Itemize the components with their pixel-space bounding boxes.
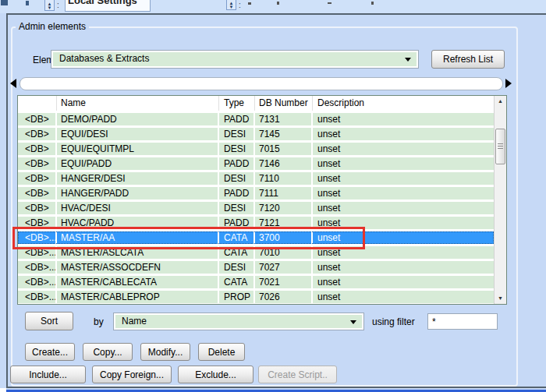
- header-cell-description: Description: [313, 96, 482, 111]
- scroll-down-icon[interactable]: ▼: [495, 294, 505, 303]
- header-cell-db-number: DB Number: [255, 96, 313, 111]
- cell-type: DESI: [219, 261, 255, 274]
- create-script-button: Create Script..: [258, 366, 337, 383]
- cell-name: EQUI/PADD: [57, 157, 219, 170]
- cell-badge: <DB>: [18, 128, 57, 140]
- table-row[interactable]: <DB>HANGER/PADDPADD7111unset: [18, 187, 494, 200]
- scroll-left-icon[interactable]: [10, 79, 16, 88]
- settings-combo-text: Local Settings: [66, 0, 150, 6]
- table-row[interactable]: <DB>...MASTER/AACATA3700unset: [18, 231, 494, 244]
- cell-desc: unset: [313, 187, 494, 200]
- scroll-up-icon[interactable]: ▲: [495, 97, 505, 106]
- modify-button[interactable]: Modify...: [140, 343, 190, 361]
- table-row[interactable]: <DB>DEMO/PADDPADD7131unset: [18, 113, 494, 125]
- toolbar-separator: :: [239, 1, 241, 9]
- cell-badge: <DB>: [18, 113, 57, 125]
- cell-db: 7120: [255, 202, 313, 214]
- cell-badge: <DB>: [18, 172, 57, 185]
- table-row[interactable]: <DB>...MASTER/ASSOCDEFNDESI7027unset: [18, 261, 494, 274]
- spinner-control-2[interactable]: ▲▼: [226, 0, 236, 10]
- exclude-button[interactable]: Exclude...: [178, 366, 254, 383]
- spin-down-icon: ▼: [229, 5, 234, 9]
- delete-button[interactable]: Delete: [198, 343, 245, 361]
- panel-top-border: [6, 13, 546, 15]
- cell-db: 7015: [255, 143, 313, 155]
- table-row[interactable]: <DB>HVAC/DESIDESI7120unset: [18, 202, 494, 214]
- cell-badge: <DB>...: [18, 276, 57, 288]
- cell-db: 7131: [255, 113, 313, 125]
- cell-desc: unset: [313, 128, 494, 140]
- cell-type: PADD: [219, 187, 255, 200]
- spinner-control[interactable]: ▲▼: [44, 0, 55, 11]
- cell-db: 7121: [255, 217, 313, 229]
- sort-by-label: by: [94, 316, 104, 327]
- toolbar-strip: ▲▼ : Local Settings ▲▼ :: [0, 0, 546, 13]
- toolbar-partial-icon: [1, 0, 8, 5]
- cell-desc: unset: [313, 143, 494, 155]
- header-cell-blank: [18, 96, 57, 111]
- cell-db: 7145: [255, 128, 313, 140]
- cell-badge: <DB>: [18, 157, 57, 170]
- table-row[interactable]: <DB>...MASTER/CABLECATACATA7021unset: [18, 276, 494, 288]
- cell-type: PADD: [219, 113, 255, 125]
- cell-badge: <DB>: [18, 202, 57, 214]
- cell-name: HANGER/DESI: [57, 172, 219, 185]
- cell-desc: unset: [313, 217, 494, 229]
- cell-desc: unset: [313, 157, 494, 170]
- table-row[interactable]: <DB>HANGER/DESIDESI7110unset: [18, 172, 494, 185]
- table-row[interactable]: <DB>EQUI/DESIDESI7145unset: [18, 128, 494, 140]
- cell-type: DESI: [219, 202, 255, 214]
- cell-db: 7146: [255, 157, 313, 170]
- elements-table: Name Type DB Number Description <DB>DEMO…: [17, 95, 507, 305]
- cell-type: DESI: [219, 128, 255, 140]
- cell-desc: unset: [313, 261, 494, 274]
- sort-button[interactable]: Sort: [25, 312, 73, 330]
- cell-name: HANGER/PADD: [57, 187, 219, 200]
- cell-desc: unset: [313, 202, 494, 214]
- cell-db: 7110: [255, 172, 313, 185]
- sort-by-dropdown[interactable]: Name: [113, 313, 364, 330]
- cell-name: MASTER/CABLEPROP: [57, 291, 219, 303]
- chevron-down-icon: [350, 320, 356, 324]
- table-row[interactable]: <DB>EQUI/EQUITMPLDESI7015unset: [18, 143, 494, 155]
- cell-desc: unset: [313, 172, 494, 185]
- table-row[interactable]: <DB>...MASTER/ASLCATACATA7010unset: [18, 246, 494, 259]
- cell-type: PADD: [219, 157, 255, 170]
- cell-badge: <DB>...: [18, 231, 57, 244]
- header-cell-type: Type: [219, 96, 255, 111]
- cell-db: 7111: [255, 187, 313, 200]
- cell-desc: unset: [313, 276, 494, 288]
- toolbar-text-remnant: [277, 2, 279, 5]
- cell-badge: <DB>: [18, 187, 57, 200]
- refresh-list-button[interactable]: Refresh List: [431, 50, 505, 69]
- elements-dropdown[interactable]: Databases & Extracts: [51, 50, 419, 69]
- cell-desc: unset: [313, 231, 494, 244]
- copy-button[interactable]: Copy...: [83, 343, 133, 361]
- cell-desc: unset: [313, 246, 494, 259]
- cell-type: CATA: [219, 246, 255, 259]
- cell-desc: unset: [313, 113, 494, 125]
- table-row[interactable]: <DB>HVAC/PADDPADD7121unset: [18, 217, 494, 229]
- cell-db: 7026: [255, 291, 313, 303]
- elements-dropdown-value: Databases & Extracts: [59, 53, 149, 64]
- corner-notch: [0, 388, 6, 392]
- vertical-scrollbar[interactable]: ▲ ▼: [494, 96, 506, 304]
- spin-down-icon: ▼: [48, 6, 52, 10]
- include-button[interactable]: Include...: [10, 366, 86, 383]
- filter-input[interactable]: [427, 313, 498, 330]
- cell-name: HVAC/PADD: [57, 217, 219, 229]
- table-row[interactable]: <DB>EQUI/PADDPADD7146unset: [18, 157, 494, 170]
- cell-type: CATA: [219, 231, 255, 244]
- scroll-right-icon[interactable]: [505, 79, 512, 88]
- horizontal-scrollbar[interactable]: [20, 77, 503, 90]
- table-row[interactable]: <DB>...MASTER/CABLEPROPPROP7026unset: [18, 291, 494, 303]
- create-button[interactable]: Create...: [25, 343, 75, 361]
- header-cell-name: Name: [57, 96, 219, 111]
- panel-bottom-border: [6, 387, 546, 388]
- cell-name: MASTER/CABLECATA: [57, 276, 219, 288]
- scrollbar-thumb[interactable]: [495, 129, 505, 164]
- settings-combo[interactable]: Local Settings: [65, 0, 151, 12]
- cell-name: MASTER/ASLCATA: [57, 246, 219, 259]
- copy-foreign-button[interactable]: Copy Foreign...: [92, 366, 172, 383]
- toolbar-text-remnant: [371, 2, 374, 5]
